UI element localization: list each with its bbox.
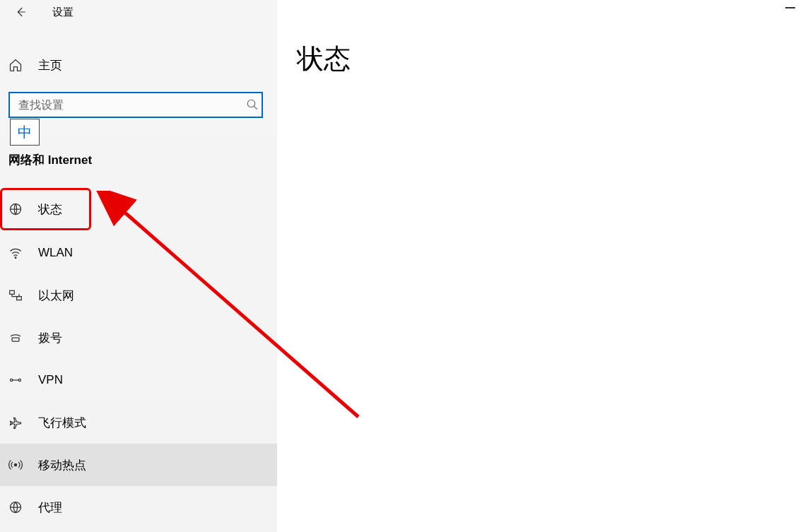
wifi-icon [8,246,23,260]
svg-point-7 [18,379,20,381]
proxy-icon [8,500,23,514]
sidebar-item-label: 代理 [38,500,62,516]
airplane-icon [8,415,23,430]
sidebar-item-status[interactable]: 状态 [0,188,91,230]
arrow-left-icon [14,6,27,18]
dialup-icon [8,331,23,345]
sidebar-item-ethernet[interactable]: 以太网 [0,274,277,317]
section-heading: 网络和 Internet [0,152,277,168]
main-content: 状态 [277,0,798,532]
sidebar-item-label: VPN [38,373,63,387]
sidebar-item-label: 移动热点 [38,457,86,473]
sidebar-item-label: 状态 [38,201,62,218]
search-icon [246,98,259,111]
ime-indicator[interactable]: 中 [10,119,40,146]
sidebar-item-label: 拨号 [38,330,62,346]
search-input[interactable] [8,92,263,118]
svg-point-8 [14,463,16,466]
svg-point-6 [11,379,13,381]
sidebar-item-label: 飞行模式 [38,415,86,431]
ethernet-icon [8,288,23,302]
window-title: 设置 [52,6,74,19]
sidebar-item-proxy[interactable]: 代理 [0,486,277,528]
search-container [0,92,277,118]
home-icon [8,58,23,72]
settings-sidebar: 设置 主页 中 网络和 Internet 状态 WLAN 以太网 [0,0,277,532]
globe-status-icon [8,202,23,216]
svg-rect-5 [12,338,19,341]
svg-rect-4 [17,297,22,300]
sidebar-item-label: WLAN [38,246,73,260]
sidebar-item-wlan[interactable]: WLAN [0,232,277,274]
sidebar-item-hotspot[interactable]: 移动热点 [0,444,277,486]
hotspot-icon [8,458,23,472]
sidebar-item-airplane[interactable]: 飞行模式 [0,401,277,444]
sidebar-item-home[interactable]: 主页 [0,45,277,85]
vpn-icon [8,373,23,387]
ime-label: 中 [18,123,32,142]
sidebar-item-dialup[interactable]: 拨号 [0,317,277,359]
svg-point-0 [247,100,255,107]
page-title: 状态 [297,41,778,77]
home-label: 主页 [38,57,62,73]
minimize-button[interactable] [785,7,795,8]
svg-rect-3 [10,290,15,294]
sidebar-header: 设置 [0,0,277,24]
sidebar-item-label: 以太网 [38,288,74,304]
svg-point-2 [15,257,16,259]
back-button[interactable] [10,1,31,23]
sidebar-item-vpn[interactable]: VPN [0,359,277,401]
